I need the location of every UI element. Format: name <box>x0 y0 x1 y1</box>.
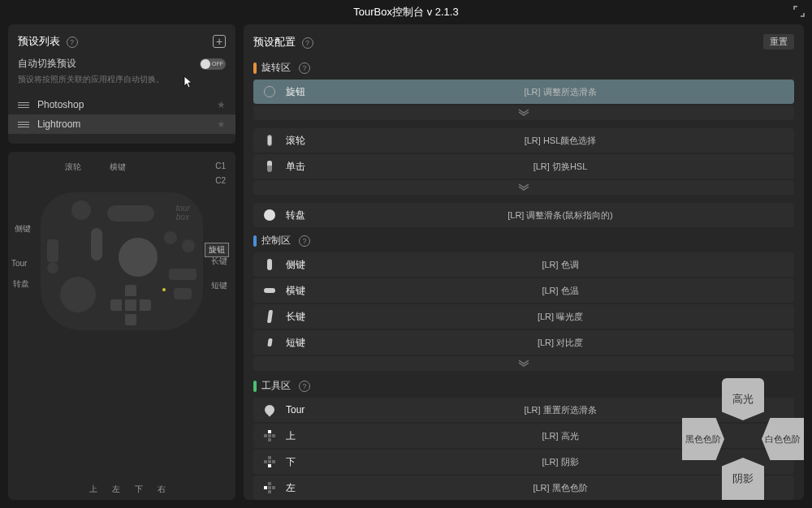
function-name: 横键 <box>286 284 335 298</box>
bar-h-icon <box>261 288 278 293</box>
dev-side[interactable] <box>47 239 58 262</box>
function-row[interactable]: 左 [LR] 黑色色阶 <box>253 476 794 500</box>
function-name: Tour <box>286 404 335 415</box>
drag-handle-icon[interactable] <box>18 102 29 108</box>
function-name: 单击 <box>286 160 335 174</box>
expand-chevron[interactable] <box>253 105 794 120</box>
function-row[interactable]: 下 [LR] 阴影 <box>253 450 794 474</box>
label-long: 长键 <box>211 256 227 267</box>
led-indicator <box>162 288 166 291</box>
function-value: [LR] 色温 <box>335 285 786 297</box>
function-value: [LR] 阴影 <box>335 456 786 468</box>
help-icon[interactable]: ? <box>299 62 310 74</box>
function-row[interactable]: 转盘 [LR] 调整滑条(鼠标指向的) <box>253 203 794 227</box>
section-marker <box>253 235 257 247</box>
section-header: 控制区 ? <box>253 234 794 248</box>
help-icon[interactable]: ? <box>299 381 310 392</box>
expand-chevron[interactable] <box>253 180 794 195</box>
dev-tour[interactable] <box>47 262 58 273</box>
app-title: TourBox控制台 v 2.1.3 <box>353 5 458 19</box>
function-row[interactable]: 单击 [LR] 切换HSL <box>253 154 794 179</box>
dev-knob[interactable] <box>119 238 158 277</box>
expand-chevron[interactable] <box>253 356 794 371</box>
function-row[interactable]: 横键 [LR] 色温 <box>253 278 794 303</box>
function-name: 上 <box>286 429 335 443</box>
function-row[interactable]: 上 [LR] 高光 <box>253 424 794 448</box>
function-value: [LR] 切换HSL <box>335 161 786 173</box>
label-left: 左 <box>112 484 120 495</box>
dev-dpad[interactable] <box>110 285 151 325</box>
label-dial: 转盘 <box>13 278 29 290</box>
label-short: 短键 <box>211 280 227 291</box>
label-hkey: 横键 <box>110 161 126 173</box>
dev-scroll[interactable] <box>71 200 91 220</box>
circ-icon <box>261 86 278 97</box>
disc-icon <box>261 209 278 221</box>
preset-name: Photoshop <box>37 99 84 110</box>
preset-list-panel: 预设列表 ? + 自动切换预设 OFF 预设将按照所关联的应用程序自动切换。 P… <box>8 24 235 144</box>
function-value: [LR] 重置所选滑条 <box>335 404 786 416</box>
label-scroll: 滚轮 <box>65 161 81 173</box>
function-row[interactable]: 侧键 [LR] 色调 <box>253 252 794 277</box>
wheel-icon <box>261 135 278 146</box>
drag-handle-icon[interactable] <box>18 122 29 127</box>
function-row[interactable]: 长键 [LR] 曝光度 <box>253 304 794 329</box>
bar-s-icon <box>261 338 278 347</box>
preset-item[interactable]: Lightroom ★ <box>8 114 235 134</box>
label-side: 侧键 <box>15 223 31 235</box>
auto-switch-hint: 预设将按照所关联的应用程序自动切换。 <box>18 74 226 85</box>
bar-v-icon <box>261 259 278 270</box>
function-value: [LR] 调整所选滑条 <box>335 86 786 98</box>
device-body: tourbox <box>41 192 203 330</box>
dev-dial[interactable] <box>60 277 96 312</box>
dpad-l-icon <box>261 482 278 493</box>
function-name: 短键 <box>286 336 335 350</box>
help-icon[interactable]: ? <box>299 235 310 247</box>
expand-icon[interactable] <box>793 5 806 18</box>
label-up: 上 <box>89 484 97 495</box>
section-title: 控制区 <box>261 234 291 248</box>
function-row[interactable]: Tour [LR] 重置所选滑条 <box>253 398 794 422</box>
section-title: 工具区 <box>261 379 291 393</box>
label-right: 右 <box>158 484 166 495</box>
help-icon[interactable]: ? <box>302 37 313 49</box>
add-preset-button[interactable]: + <box>213 35 226 48</box>
dev-short[interactable] <box>174 288 192 299</box>
function-name: 侧键 <box>286 258 335 272</box>
dev-c2[interactable] <box>182 239 195 252</box>
function-value: [LR] HSL颜色选择 <box>335 135 786 147</box>
function-name: 转盘 <box>286 209 335 222</box>
function-row[interactable]: 滚轮 [LR] HSL颜色选择 <box>253 128 794 153</box>
preset-item[interactable]: Photoshop ★ <box>8 95 235 114</box>
dev-long[interactable] <box>169 269 197 280</box>
section-title: 旋转区 <box>261 61 291 75</box>
dev-pill[interactable] <box>91 228 102 260</box>
function-value: [LR] 高光 <box>335 430 786 442</box>
drop-icon <box>261 405 278 415</box>
star-icon[interactable]: ★ <box>217 99 226 110</box>
section-header: 旋转区 ? <box>253 61 794 75</box>
dev-hkey[interactable] <box>107 205 154 222</box>
help-icon[interactable]: ? <box>67 37 78 48</box>
function-row[interactable]: 短键 [LR] 对比度 <box>253 330 794 355</box>
dev-c1[interactable] <box>164 231 177 244</box>
preset-config-title: 预设配置 <box>253 36 296 48</box>
selected-knob-label: 旋钮 <box>205 243 229 257</box>
auto-switch-toggle[interactable]: OFF <box>200 58 226 70</box>
star-icon[interactable]: ★ <box>217 118 226 130</box>
auto-switch-label: 自动切换预设 <box>18 57 76 71</box>
preset-name: Lightroom <box>37 118 80 130</box>
click-icon <box>261 161 278 172</box>
bar-l-icon <box>261 310 278 323</box>
function-row[interactable]: 旋钮 [LR] 调整所选滑条 <box>253 80 794 104</box>
function-value: [LR] 调整滑条(鼠标指向的) <box>335 209 786 222</box>
function-value: [LR] 黑色色阶 <box>335 482 786 494</box>
function-name: 下 <box>286 455 335 469</box>
label-tour: Tour <box>11 259 27 268</box>
function-value: [LR] 曝光度 <box>335 311 786 323</box>
reset-button[interactable]: 重置 <box>763 34 794 50</box>
function-value: [LR] 色调 <box>335 259 786 271</box>
device-diagram: 滚轮 横键 C1 C2 侧键 Tour 转盘 长键 短键 旋钮 tourbox <box>8 152 235 500</box>
label-c2: C2 <box>215 176 226 185</box>
function-name: 长键 <box>286 310 335 324</box>
